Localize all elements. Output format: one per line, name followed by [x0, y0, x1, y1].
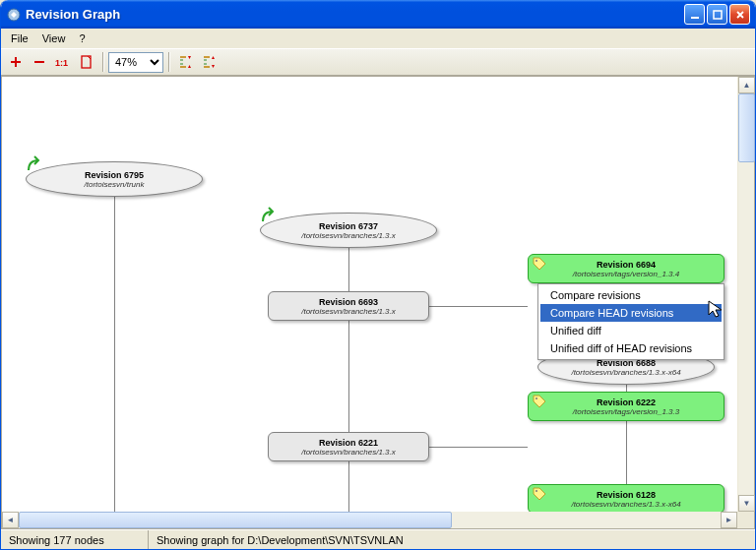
- revision-node-6795[interactable]: Revision 6795 /tortoisesvn/trunk: [26, 161, 203, 197]
- menu-file[interactable]: File: [5, 31, 34, 46]
- branch-arrow-icon: [25, 154, 44, 174]
- cursor-icon: [707, 299, 726, 319]
- scroll-right-button[interactable]: ►: [721, 512, 737, 528]
- node-title: Revision 6693: [319, 297, 378, 307]
- menubar: File View ?: [1, 29, 755, 48]
- graph-edge: [626, 368, 627, 486]
- minimize-button[interactable]: [684, 4, 705, 25]
- zoom-select[interactable]: 47%: [108, 52, 163, 73]
- window-title: Revision Graph: [26, 7, 684, 22]
- node-path: /tortoisesvn/tags/version_1.3.4: [573, 270, 680, 278]
- revision-node-6128[interactable]: Revision 6128 /tortoisesvn/branches/1.3.…: [528, 484, 724, 512]
- svg-point-6: [536, 397, 537, 399]
- ctx-compare-head-revisions[interactable]: Compare HEAD revisions: [540, 304, 722, 322]
- show-all-button[interactable]: [174, 51, 196, 73]
- node-title: Revision 6737: [319, 221, 378, 231]
- scroll-left-button[interactable]: ◄: [2, 512, 19, 528]
- svg-point-7: [536, 490, 537, 492]
- tag-icon: [533, 395, 546, 408]
- statusbar: Showing 177 nodes Showing graph for D:\D…: [1, 529, 755, 549]
- titlebar[interactable]: Revision Graph: [1, 0, 755, 29]
- fit-page-button[interactable]: [76, 51, 97, 73]
- revision-node-6222[interactable]: Revision 6222 /tortoisesvn/tags/version_…: [528, 392, 724, 421]
- node-path: /tortoisesvn/branches/1.3.x: [301, 307, 396, 316]
- tag-icon: [533, 257, 546, 271]
- svg-rect-2: [714, 11, 722, 19]
- node-path: /tortoisesvn/tags/version_1.3.3: [573, 407, 680, 416]
- horizontal-scrollbar[interactable]: ◄ ►: [2, 512, 737, 528]
- zoom-in-button[interactable]: [5, 51, 27, 73]
- node-path: /tortoisesvn/branches/1.3.x: [301, 448, 396, 457]
- graph-edge: [114, 184, 115, 512]
- toolbar-separator: [102, 52, 103, 72]
- scroll-thumb[interactable]: [19, 512, 452, 528]
- branch-arrow-icon: [259, 206, 279, 225]
- scroll-up-button[interactable]: ▲: [738, 77, 755, 93]
- menu-help[interactable]: ?: [73, 31, 91, 46]
- graph-canvas[interactable]: Revision 6795 /tortoisesvn/trunk Revisio…: [2, 77, 737, 512]
- svg-text:1:1: 1:1: [55, 58, 68, 68]
- svg-rect-1: [691, 17, 699, 19]
- node-title: Revision 6221: [319, 438, 378, 448]
- node-path: /tortoisesvn/branches/1.3.x: [301, 231, 396, 240]
- node-title: Revision 6128: [597, 490, 656, 500]
- context-menu: Compare revisions Compare HEAD revisions…: [537, 283, 724, 360]
- group-branches-button[interactable]: [198, 51, 220, 73]
- close-button[interactable]: [729, 4, 750, 25]
- status-node-count: Showing 177 nodes: [1, 530, 149, 549]
- graph-edge: [348, 235, 349, 512]
- node-path: /tortoisesvn/branches/1.3.x-x64: [571, 368, 680, 377]
- node-title: Revision 6222: [597, 397, 656, 407]
- svg-point-5: [536, 260, 537, 262]
- zoom-100-button[interactable]: 1:1: [52, 51, 74, 73]
- zoom-out-button[interactable]: [29, 51, 50, 73]
- node-path: /tortoisesvn/branches/1.3.x-x64: [571, 500, 680, 509]
- ctx-compare-revisions[interactable]: Compare revisions: [540, 286, 722, 304]
- toolbar: 1:1 47%: [1, 48, 755, 76]
- maximize-button[interactable]: [707, 4, 727, 25]
- scroll-down-button[interactable]: ▼: [738, 495, 755, 512]
- app-icon: [6, 7, 22, 23]
- ctx-unified-diff[interactable]: Unified diff: [540, 322, 722, 339]
- tag-icon: [533, 487, 546, 501]
- revision-node-6221[interactable]: Revision 6221 /tortoisesvn/branches/1.3.…: [268, 432, 429, 461]
- graph-edge: [429, 306, 528, 307]
- toolbar-separator: [168, 52, 169, 72]
- node-title: Revision 6795: [85, 170, 144, 180]
- revision-node-6694[interactable]: Revision 6694 /tortoisesvn/tags/version_…: [528, 254, 724, 283]
- scroll-corner: [737, 512, 754, 528]
- menu-view[interactable]: View: [36, 31, 72, 46]
- scroll-thumb[interactable]: [738, 93, 755, 162]
- status-path: Showing graph for D:\Development\SVN\TSV…: [149, 530, 755, 549]
- ctx-unified-diff-head[interactable]: Unified diff of HEAD revisions: [540, 339, 722, 357]
- node-title: Revision 6694: [597, 260, 656, 270]
- graph-viewport: Revision 6795 /tortoisesvn/trunk Revisio…: [1, 76, 755, 529]
- graph-edge: [429, 447, 528, 448]
- revision-node-6737[interactable]: Revision 6737 /tortoisesvn/branches/1.3.…: [260, 213, 437, 248]
- node-path: /tortoisesvn/trunk: [85, 180, 145, 189]
- vertical-scrollbar[interactable]: ▲ ▼: [737, 77, 754, 512]
- app-window: Revision Graph File View ? 1:1 47%: [0, 0, 756, 550]
- revision-node-6693[interactable]: Revision 6693 /tortoisesvn/branches/1.3.…: [268, 291, 429, 321]
